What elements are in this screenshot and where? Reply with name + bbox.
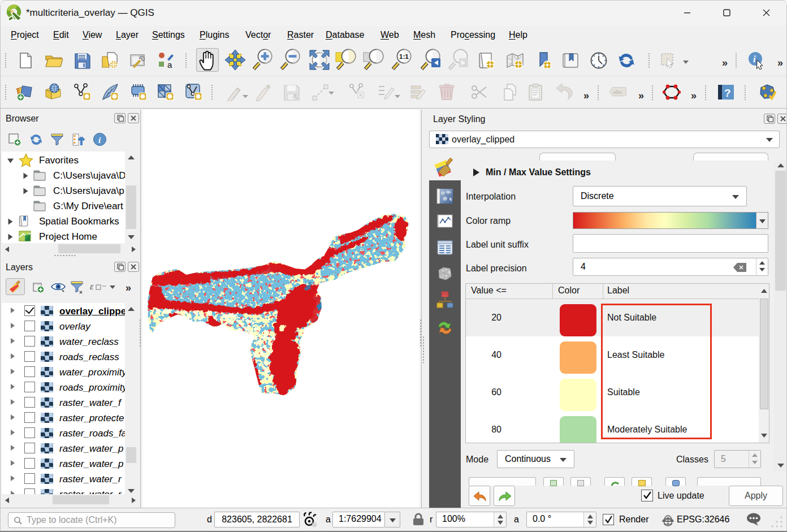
svg-text:a: a [167, 60, 172, 70]
svg-text:ε: ε [90, 282, 94, 291]
svg-text:i: i [753, 54, 756, 64]
svg-text:?: ? [724, 87, 731, 99]
svg-text:abc: abc [613, 89, 622, 95]
svg-text:1:1: 1:1 [399, 53, 409, 60]
